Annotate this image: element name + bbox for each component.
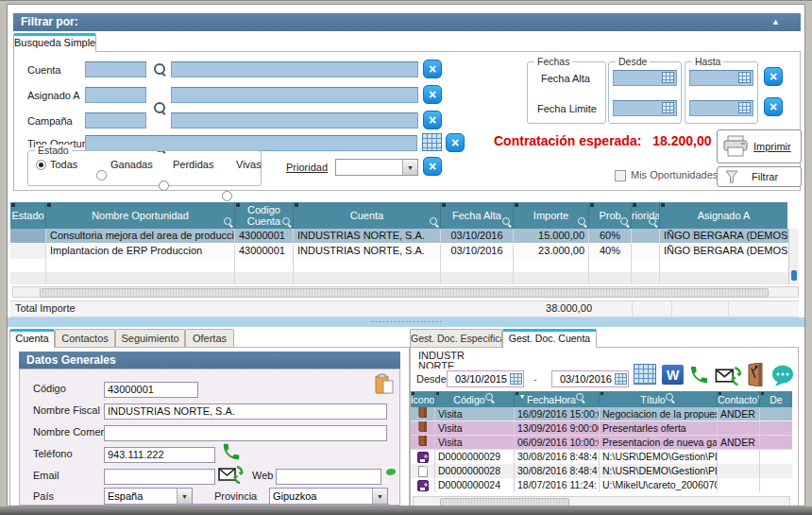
asignado-name-input[interactable] <box>171 87 418 103</box>
col-header-cuenta[interactable]: Cuenta <box>294 202 441 229</box>
phone-icon[interactable] <box>688 364 710 389</box>
search-icon[interactable] <box>575 392 585 403</box>
radio-perdidas-label[interactable]: Perdidas <box>173 159 213 170</box>
telefono-field[interactable] <box>104 447 215 463</box>
col-header-codigo[interactable]: Código <box>435 391 515 407</box>
mis-oportunidades-label[interactable]: Mis Oportunidades <box>631 169 718 180</box>
asignado-code-input[interactable] <box>85 87 146 103</box>
table-view-icon[interactable] <box>634 364 656 385</box>
grid-horizontal-scrollbar[interactable] <box>12 286 799 298</box>
tab-contactos[interactable]: Contactos <box>55 329 115 348</box>
tab-ofertas[interactable]: Ofertas <box>185 329 234 348</box>
scrollbar-grip[interactable] <box>791 270 797 281</box>
word-document-icon[interactable]: W <box>662 365 684 385</box>
doc-row[interactable]: Visita 16/09/2016 15:00:0 Negociacion de… <box>411 407 792 421</box>
scrollbar-thumb[interactable] <box>40 288 769 298</box>
calendar-icon[interactable] <box>615 373 627 385</box>
cuenta-code-input[interactable] <box>85 61 146 77</box>
col-header-titulo[interactable]: Título <box>600 391 718 407</box>
search-icon[interactable] <box>153 101 166 114</box>
grid-vertical-scrollbar[interactable] <box>788 229 799 284</box>
col-header-contacto[interactable]: Contacto <box>718 391 760 407</box>
calendar-icon[interactable] <box>738 72 751 83</box>
phone-icon[interactable] <box>221 441 242 466</box>
email-field[interactable] <box>104 469 215 485</box>
doc-row[interactable]: D0000000029 30/08/2016 8:48:4 N:\USR\DEM… <box>411 450 792 464</box>
clear-asignado-button[interactable]: × <box>423 85 442 104</box>
table-row[interactable]: Implantacion de ERP Produccion 43000001 … <box>10 244 798 259</box>
radio-ganadas-label[interactable]: Ganadas <box>110 159 153 170</box>
clear-campana-button[interactable]: × <box>423 111 442 129</box>
col-header-fechahora[interactable]: ▾FechaHora <box>515 391 600 407</box>
radio-ganadas[interactable] <box>96 170 107 180</box>
search-icon[interactable] <box>665 392 675 403</box>
radio-perdidas[interactable] <box>159 180 169 191</box>
col-header-codigo-cuenta[interactable]: Codigo Cuenta <box>235 202 294 229</box>
tab-cuenta[interactable]: Cuenta <box>9 329 55 348</box>
scrollbar-thumb[interactable] <box>440 498 569 506</box>
doc-row[interactable]: Visita 13/09/2016 9:00:00 Presentarles o… <box>411 421 792 436</box>
search-icon[interactable] <box>501 216 512 227</box>
tab-gest-doc-especifica[interactable]: Gest. Doc. Especifica <box>410 329 502 348</box>
col-header-de[interactable]: De <box>760 391 792 407</box>
clear-fecha-alta-button[interactable]: × <box>764 67 783 86</box>
calendar-icon[interactable] <box>662 102 674 113</box>
col-header-fecha-alta[interactable]: Fecha Alta <box>441 202 514 229</box>
search-icon[interactable] <box>223 216 233 227</box>
mis-oportunidades-checkbox[interactable] <box>615 170 626 181</box>
filtrar-button[interactable]: Filtrar <box>717 166 802 187</box>
col-header-nombre-oportunidad[interactable]: Nombre Oportunidad <box>46 202 235 229</box>
calendar-icon[interactable] <box>510 373 522 385</box>
search-icon[interactable] <box>153 62 166 76</box>
tipo-oportunidad-input[interactable] <box>85 135 417 151</box>
doc-row[interactable]: D0000000024 18/07/2016 11:24: U:\MikelU\… <box>411 478 792 492</box>
col-header-asignado[interactable]: Asignado A <box>660 202 787 229</box>
radio-todas[interactable] <box>36 160 46 170</box>
date-from-input[interactable]: 03/10/2015 <box>447 370 524 387</box>
web-field[interactable] <box>276 469 381 485</box>
clear-prioridad-button[interactable]: × <box>423 157 442 176</box>
pais-select[interactable]: España ▼ <box>104 488 193 505</box>
prioridad-select[interactable]: ▼ <box>335 159 418 176</box>
search-icon[interactable] <box>281 216 292 227</box>
nombre-fiscal-field[interactable] <box>104 403 387 420</box>
docs-horizontal-scrollbar[interactable] <box>413 496 790 506</box>
search-icon[interactable] <box>757 392 759 403</box>
tab-busqueda-simple[interactable]: Busqueda Simple <box>13 33 96 52</box>
calendar-icon[interactable] <box>738 102 751 113</box>
col-header-estado[interactable]: Estado <box>10 202 46 229</box>
table-row[interactable]: Consultoria mejora del area de produccio… <box>10 229 798 244</box>
radio-vivas[interactable] <box>222 191 232 201</box>
cuenta-name-input[interactable] <box>171 61 418 77</box>
campana-code-input[interactable] <box>85 112 146 129</box>
col-header-prioridad[interactable]: Prioridad <box>632 202 660 229</box>
doc-row[interactable]: Visita 06/09/2016 10:00:0 Presentacion d… <box>411 436 792 450</box>
search-icon[interactable] <box>577 216 587 227</box>
imprimir-button[interactable]: Imprimir <box>717 129 802 163</box>
send-email-icon[interactable] <box>218 464 244 488</box>
clear-cuenta-button[interactable]: × <box>423 60 442 78</box>
visit-door-icon[interactable] <box>747 363 764 390</box>
codigo-field[interactable] <box>104 382 198 398</box>
radio-vivas-label[interactable]: Vivas <box>236 159 262 170</box>
lookup-grid-icon[interactable] <box>422 133 442 151</box>
send-email-icon[interactable] <box>715 365 742 389</box>
col-header-importe[interactable]: Importe <box>514 202 589 229</box>
date-to-input[interactable]: 03/10/2016 <box>551 370 629 387</box>
clipboard-paste-icon[interactable] <box>375 373 395 399</box>
tab-seguimiento[interactable]: Seguimiento <box>115 329 185 348</box>
col-header-prob[interactable]: Prob <box>589 202 632 229</box>
calendar-icon[interactable] <box>662 72 674 83</box>
search-icon[interactable] <box>619 216 630 227</box>
provincia-select[interactable]: Gipuzkoa ▼ <box>269 488 388 505</box>
filter-panel-header[interactable]: Filtrar por: ▲ <box>13 13 801 31</box>
col-header-icono[interactable]: Icono <box>411 391 435 407</box>
search-icon[interactable] <box>429 216 439 227</box>
collapse-panel-icon[interactable]: ▲ <box>771 13 780 31</box>
search-icon[interactable] <box>484 392 495 403</box>
chat-icon[interactable] <box>771 365 795 390</box>
horizontal-splitter[interactable] <box>8 318 805 327</box>
campana-name-input[interactable] <box>171 112 418 129</box>
search-icon[interactable] <box>648 216 658 227</box>
clear-fecha-limite-button[interactable]: × <box>764 97 783 116</box>
